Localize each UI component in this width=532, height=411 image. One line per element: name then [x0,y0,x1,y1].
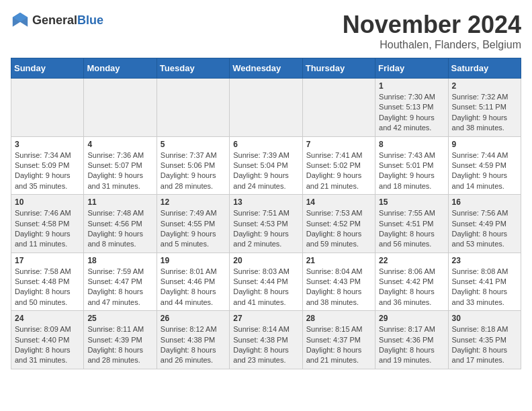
calendar-week-row: 17Sunrise: 7:58 AM Sunset: 4:48 PM Dayli… [11,253,521,311]
calendar-week-row: 24Sunrise: 8:09 AM Sunset: 4:40 PM Dayli… [11,311,521,369]
calendar-cell: 29Sunrise: 8:17 AM Sunset: 4:36 PM Dayli… [375,311,448,369]
calendar-cell: 28Sunrise: 8:15 AM Sunset: 4:37 PM Dayli… [302,311,375,369]
calendar-cell: 7Sunrise: 7:41 AM Sunset: 5:02 PM Daylig… [302,136,375,195]
calendar-cell: 18Sunrise: 7:59 AM Sunset: 4:47 PM Dayli… [84,253,157,311]
calendar-cell [84,79,157,137]
day-number: 4 [87,140,152,149]
calendar-cell [302,79,375,137]
calendar-cell: 22Sunrise: 8:06 AM Sunset: 4:42 PM Dayli… [375,253,448,311]
calendar-cell: 24Sunrise: 8:09 AM Sunset: 4:40 PM Dayli… [11,311,84,369]
day-info: Sunrise: 8:12 AM Sunset: 4:38 PM Dayligh… [161,324,226,366]
logo-icon [11,11,30,30]
subtitle: Houthalen, Flanders, Belgium [343,39,521,51]
calendar-cell: 16Sunrise: 7:56 AM Sunset: 4:49 PM Dayli… [448,195,521,253]
calendar-cell: 6Sunrise: 7:39 AM Sunset: 5:04 PM Daylig… [230,136,302,195]
calendar-cell: 26Sunrise: 8:12 AM Sunset: 4:38 PM Dayli… [157,311,229,369]
header-sunday: Sunday [11,58,84,79]
day-info: Sunrise: 8:03 AM Sunset: 4:44 PM Dayligh… [233,267,298,308]
day-info: Sunrise: 7:39 AM Sunset: 5:04 PM Dayligh… [233,150,298,192]
logo: GeneralBlue [11,11,103,30]
calendar-cell: 9Sunrise: 7:44 AM Sunset: 4:59 PM Daylig… [448,136,521,195]
calendar-cell: 1Sunrise: 7:30 AM Sunset: 5:13 PM Daylig… [375,79,448,137]
day-number: 2 [452,81,517,91]
calendar-cell: 8Sunrise: 7:43 AM Sunset: 5:01 PM Daylig… [375,136,448,195]
day-number: 17 [15,256,80,265]
calendar-week-row: 10Sunrise: 7:46 AM Sunset: 4:58 PM Dayli… [11,195,521,253]
day-number: 30 [452,314,517,323]
day-number: 7 [306,140,371,149]
header-tuesday: Tuesday [157,58,229,79]
header: GeneralBlue November 2024 Houthalen, Fla… [11,11,521,51]
calendar-cell [230,79,302,137]
day-number: 22 [379,256,444,265]
day-info: Sunrise: 7:48 AM Sunset: 4:56 PM Dayligh… [87,208,152,250]
day-info: Sunrise: 8:18 AM Sunset: 4:35 PM Dayligh… [452,324,517,366]
day-info: Sunrise: 8:14 AM Sunset: 4:38 PM Dayligh… [233,324,298,366]
day-number: 1 [379,81,444,91]
day-info: Sunrise: 7:56 AM Sunset: 4:49 PM Dayligh… [452,208,517,250]
calendar-cell: 4Sunrise: 7:36 AM Sunset: 5:07 PM Daylig… [84,136,157,195]
title-area: November 2024 Houthalen, Flanders, Belgi… [343,11,521,51]
day-number: 27 [233,314,298,323]
day-number: 15 [379,197,444,207]
day-number: 16 [452,197,517,207]
calendar-cell [157,79,229,137]
calendar-cell: 30Sunrise: 8:18 AM Sunset: 4:35 PM Dayli… [448,311,521,369]
day-info: Sunrise: 7:36 AM Sunset: 5:07 PM Dayligh… [87,150,152,192]
day-info: Sunrise: 7:55 AM Sunset: 4:51 PM Dayligh… [379,208,444,250]
calendar-cell: 25Sunrise: 8:11 AM Sunset: 4:39 PM Dayli… [84,311,157,369]
header-thursday: Thursday [302,58,375,79]
day-number: 21 [306,256,371,265]
day-number: 25 [87,314,152,323]
day-info: Sunrise: 7:30 AM Sunset: 5:13 PM Dayligh… [379,92,444,134]
day-info: Sunrise: 8:15 AM Sunset: 4:37 PM Dayligh… [306,324,371,366]
day-info: Sunrise: 7:44 AM Sunset: 4:59 PM Dayligh… [452,150,517,192]
calendar-cell: 5Sunrise: 7:37 AM Sunset: 5:06 PM Daylig… [157,136,229,195]
calendar-cell: 23Sunrise: 8:08 AM Sunset: 4:41 PM Dayli… [448,253,521,311]
day-number: 5 [161,140,226,149]
calendar-cell: 12Sunrise: 7:49 AM Sunset: 4:55 PM Dayli… [157,195,229,253]
logo-text-general: General [32,13,77,27]
day-number: 28 [306,314,371,323]
day-info: Sunrise: 8:01 AM Sunset: 4:46 PM Dayligh… [161,267,226,308]
day-info: Sunrise: 7:43 AM Sunset: 5:01 PM Dayligh… [379,150,444,192]
calendar-cell: 13Sunrise: 7:51 AM Sunset: 4:53 PM Dayli… [230,195,302,253]
day-info: Sunrise: 7:59 AM Sunset: 4:47 PM Dayligh… [87,267,152,308]
calendar-cell: 14Sunrise: 7:53 AM Sunset: 4:52 PM Dayli… [302,195,375,253]
day-number: 24 [15,314,80,323]
day-number: 3 [15,140,80,149]
day-number: 29 [379,314,444,323]
day-number: 13 [233,197,298,207]
day-number: 19 [161,256,226,265]
day-info: Sunrise: 7:37 AM Sunset: 5:06 PM Dayligh… [161,150,226,192]
calendar-week-row: 1Sunrise: 7:30 AM Sunset: 5:13 PM Daylig… [11,79,521,137]
day-info: Sunrise: 8:08 AM Sunset: 4:41 PM Dayligh… [452,267,517,308]
day-info: Sunrise: 7:49 AM Sunset: 4:55 PM Dayligh… [161,208,226,250]
day-number: 14 [306,197,371,207]
calendar-cell: 11Sunrise: 7:48 AM Sunset: 4:56 PM Dayli… [84,195,157,253]
day-info: Sunrise: 7:51 AM Sunset: 4:53 PM Dayligh… [233,208,298,250]
day-number: 12 [161,197,226,207]
day-number: 26 [161,314,226,323]
day-number: 18 [87,256,152,265]
calendar-cell: 2Sunrise: 7:32 AM Sunset: 5:11 PM Daylig… [448,79,521,137]
header-monday: Monday [84,58,157,79]
day-number: 8 [379,140,444,149]
day-info: Sunrise: 7:32 AM Sunset: 5:11 PM Dayligh… [452,92,517,134]
day-number: 6 [233,140,298,149]
calendar-cell: 10Sunrise: 7:46 AM Sunset: 4:58 PM Dayli… [11,195,84,253]
calendar-cell: 21Sunrise: 8:04 AM Sunset: 4:43 PM Dayli… [302,253,375,311]
day-info: Sunrise: 8:11 AM Sunset: 4:39 PM Dayligh… [87,324,152,366]
header-wednesday: Wednesday [230,58,302,79]
calendar-cell: 15Sunrise: 7:55 AM Sunset: 4:51 PM Dayli… [375,195,448,253]
day-number: 11 [87,197,152,207]
day-number: 10 [15,197,80,207]
calendar-header-row: SundayMondayTuesdayWednesdayThursdayFrid… [11,58,521,79]
calendar-cell: 17Sunrise: 7:58 AM Sunset: 4:48 PM Dayli… [11,253,84,311]
calendar-cell: 27Sunrise: 8:14 AM Sunset: 4:38 PM Dayli… [230,311,302,369]
day-info: Sunrise: 8:04 AM Sunset: 4:43 PM Dayligh… [306,267,371,308]
day-number: 9 [452,140,517,149]
header-saturday: Saturday [448,58,521,79]
calendar-cell: 20Sunrise: 8:03 AM Sunset: 4:44 PM Dayli… [230,253,302,311]
day-info: Sunrise: 7:41 AM Sunset: 5:02 PM Dayligh… [306,150,371,192]
